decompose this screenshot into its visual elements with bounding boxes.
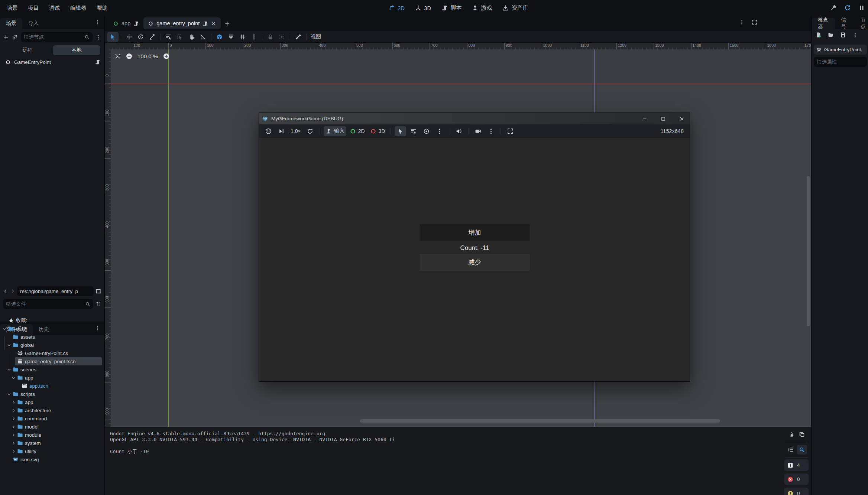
grid-visibility-toggle[interactable] xyxy=(237,32,248,42)
new-scene-tab-button[interactable] xyxy=(224,21,230,26)
tab-signals[interactable]: 信号 xyxy=(835,18,854,29)
view-menu-button[interactable]: 视图 xyxy=(309,32,323,42)
instantiate-scene-button[interactable] xyxy=(12,34,18,40)
chevron-down-icon[interactable] xyxy=(7,343,12,348)
copy-output-button[interactable] xyxy=(797,430,807,439)
next-frame-button[interactable] xyxy=(276,126,287,136)
file-tree-item[interactable]: scenes xyxy=(0,365,104,374)
increase-button[interactable]: 增加 xyxy=(420,224,530,241)
minimize-icon[interactable] xyxy=(637,113,652,124)
chevron-right-icon[interactable] xyxy=(11,433,16,437)
mode-3d-button[interactable]: 3D xyxy=(368,126,387,136)
speed-multiplier[interactable]: 1.0× xyxy=(289,126,303,136)
skeleton-options-button[interactable] xyxy=(292,32,304,42)
file-tree-item[interactable]: module xyxy=(0,431,104,439)
menu-3[interactable]: 编辑器 xyxy=(65,0,92,16)
chevron-down-icon[interactable] xyxy=(11,375,16,380)
bottom-panel-divider[interactable] xyxy=(105,427,811,427)
filter-files-input[interactable]: 筛选文件 xyxy=(3,299,93,309)
forward-icon[interactable] xyxy=(10,289,15,294)
scene-tab-game_entry_point[interactable]: game_entry_point xyxy=(143,17,221,29)
context-tab-2D[interactable]: 2D xyxy=(389,5,405,11)
path-input[interactable]: res://global/game_entry_p xyxy=(17,286,94,296)
inspected-node-row[interactable]: GameEntryPoint. xyxy=(814,45,867,55)
close-icon[interactable] xyxy=(211,21,216,26)
tab-scene[interactable]: 场景 xyxy=(0,18,22,29)
scene-tree-root-row[interactable]: GameEntryPoint xyxy=(0,55,104,65)
add-node-button[interactable] xyxy=(3,34,9,40)
file-tree-item[interactable]: model xyxy=(0,423,104,431)
camera-options-menu[interactable] xyxy=(485,126,497,136)
build-hammer-icon[interactable] xyxy=(830,4,837,11)
scene-tab-app[interactable]: app xyxy=(108,17,143,29)
chevron-right-icon[interactable] xyxy=(11,408,16,413)
select-list-button[interactable] xyxy=(408,126,419,136)
chevron-down-icon[interactable] xyxy=(7,392,12,397)
split-dock-icon[interactable] xyxy=(95,289,101,294)
grid-snap-toggle[interactable] xyxy=(225,32,237,42)
vertical-scrollbar[interactable] xyxy=(807,176,810,326)
decrease-button[interactable]: 减少 xyxy=(420,254,530,271)
filter-properties-input[interactable]: 筛选属性 xyxy=(814,57,867,67)
tab-node[interactable]: 节点 xyxy=(855,18,868,29)
select-tool[interactable] xyxy=(107,32,119,42)
chevron-down-icon[interactable] xyxy=(7,367,12,372)
context-tab-资产库[interactable]: 资产库 xyxy=(502,4,528,12)
remote-tab[interactable]: 远程 xyxy=(4,45,51,55)
file-tree-item[interactable]: system xyxy=(0,439,104,447)
file-tree-item[interactable]: icon.svg xyxy=(0,455,104,463)
tab-inspector[interactable]: 检查器 xyxy=(812,18,835,29)
distraction-free-icon[interactable] xyxy=(752,19,757,25)
file-tree-item[interactable]: GameEntryPoint.cs xyxy=(0,349,104,357)
suspend-button[interactable] xyxy=(263,126,274,136)
file-tree-item[interactable]: app.tscn xyxy=(0,382,104,390)
chevron-right-icon[interactable] xyxy=(11,424,16,429)
chevron-right-icon[interactable] xyxy=(11,449,16,454)
pause-icon[interactable] xyxy=(858,4,865,11)
file-tree-item[interactable]: command xyxy=(0,414,104,423)
snap-options-menu[interactable] xyxy=(248,32,260,42)
game-window-titlebar[interactable]: MyGFrameworkGame (DEBUG) xyxy=(259,113,690,124)
file-tree-item[interactable]: assets xyxy=(0,333,104,341)
messages-badge[interactable]: 4 xyxy=(784,459,809,471)
file-tree-item[interactable]: global xyxy=(0,341,104,349)
menu-0[interactable]: 场景 xyxy=(1,0,23,16)
new-resource-icon[interactable] xyxy=(816,32,822,38)
file-tree-item[interactable]: 收藏: xyxy=(0,316,104,325)
file-tree-item[interactable]: res:// xyxy=(0,325,104,333)
picking-toggle[interactable] xyxy=(421,126,432,136)
inspector-menu-icon[interactable] xyxy=(852,32,858,38)
mute-audio-button[interactable] xyxy=(453,126,464,136)
move-tool[interactable] xyxy=(123,32,135,42)
pick-tool-button[interactable] xyxy=(395,126,406,136)
pan-tool[interactable] xyxy=(186,32,197,42)
file-tree-item[interactable]: utility xyxy=(0,447,104,455)
file-tree-item[interactable]: architecture xyxy=(0,406,104,414)
file-tree-item[interactable]: scripts xyxy=(0,390,104,398)
zoom-level-label[interactable]: 100.0 % xyxy=(137,53,158,59)
context-tab-游戏[interactable]: 游戏 xyxy=(472,4,492,12)
context-tab-3D[interactable]: 3D xyxy=(415,5,431,11)
camera-override-button[interactable] xyxy=(472,126,484,136)
restart-game-button[interactable] xyxy=(304,126,316,136)
warnings-badge[interactable]: 0 xyxy=(784,488,809,495)
menu-1[interactable]: 项目 xyxy=(23,0,44,16)
group-selected-button[interactable] xyxy=(276,32,288,42)
tab-import[interactable]: 导入 xyxy=(22,18,45,29)
mode-2d-button[interactable]: 2D xyxy=(348,126,367,136)
sort-files-icon[interactable] xyxy=(95,301,101,307)
collapse-tree-button[interactable] xyxy=(786,445,796,455)
menu-4[interactable]: 帮助 xyxy=(92,0,113,16)
center-view-icon[interactable] xyxy=(114,53,121,59)
chevron-right-icon[interactable] xyxy=(11,416,16,421)
filter-nodes-input[interactable]: 筛选节点 xyxy=(21,32,93,42)
zoom-out-button[interactable] xyxy=(126,53,132,59)
select-list-tool[interactable] xyxy=(163,32,174,42)
file-tree-item[interactable]: app xyxy=(0,398,104,406)
fullscreen-button[interactable] xyxy=(505,126,516,136)
measure-tool[interactable] xyxy=(197,32,209,42)
save-resource-icon[interactable] xyxy=(840,32,846,38)
rotate-tool[interactable] xyxy=(135,32,146,42)
load-resource-icon[interactable] xyxy=(828,32,834,38)
script-icon[interactable] xyxy=(95,59,100,65)
